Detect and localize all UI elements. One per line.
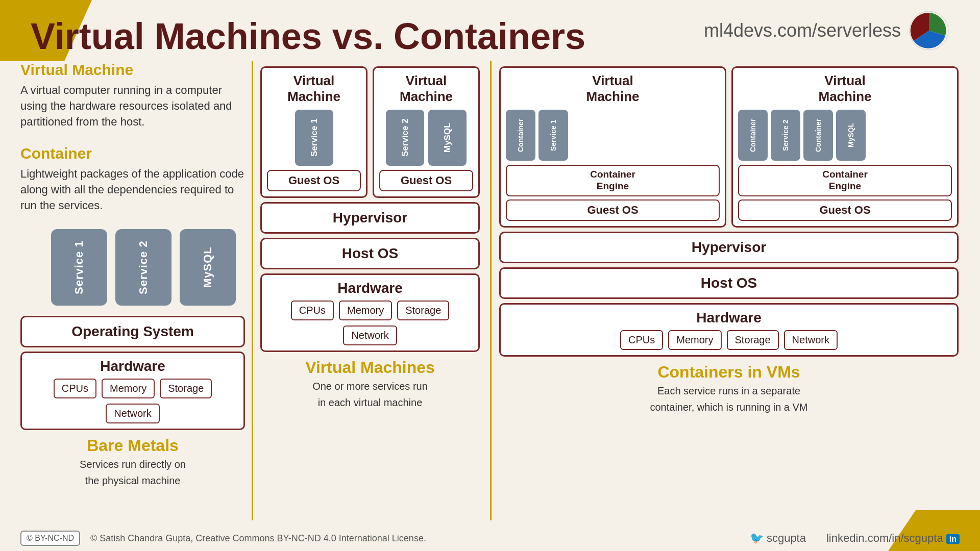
logo-icon <box>909 10 949 51</box>
chip-memory-bare: Memory <box>102 379 155 398</box>
bare-metals-title: Bare Metals <box>20 436 245 455</box>
twitter-icon: 🐦 <box>750 532 764 544</box>
vm-label-sub1: One or more services run <box>260 379 480 393</box>
cvm2-service2: Service 2 <box>771 110 800 161</box>
cvm2-mysql: MySQL <box>836 110 866 161</box>
containers-label-sub1: Each service runs in a separate <box>499 384 959 398</box>
vm2-service2: Service 2 <box>386 110 424 166</box>
divider-left <box>252 61 253 520</box>
vm2-title: VirtualMachine <box>379 73 473 105</box>
service-box-mysql: MySQL <box>180 229 236 306</box>
bare-metals-label: Bare Metals Services run directly on the… <box>20 436 245 488</box>
vm-definition-text: A virtual computer running in a computer… <box>20 83 245 130</box>
cvm1-containers: Container Service 1 <box>506 110 720 161</box>
chip-memory-right: Memory <box>668 330 721 350</box>
hypervisor-mid: Hypervisor <box>260 202 480 234</box>
bare-metals-sub2: the physical machine <box>20 473 245 488</box>
vm-label-sub2: in each virtual machine <box>260 395 480 410</box>
cvm2-title: VirtualMachine <box>738 73 952 105</box>
chip-storage-right: Storage <box>727 330 779 350</box>
definitions-panel: Virtual Machine A virtual computer runni… <box>20 61 245 488</box>
hardware-title-bare: Hardware <box>27 358 238 374</box>
containers-vms-row: VirtualMachine Container Service 1 Conta… <box>499 66 959 228</box>
logo-area: ml4devs.com/serverless <box>704 10 949 51</box>
footer-license: © Satish Chandra Gupta, Creative Commons… <box>90 533 426 544</box>
hardware-section-mid: Hardware CPUs Memory Storage Network <box>260 273 480 352</box>
bare-metals-sub1: Services run directly on <box>20 457 245 471</box>
cvm1-box: VirtualMachine Container Service 1 Conta… <box>499 66 726 228</box>
cvm1-container-label: Container <box>506 110 535 161</box>
vm2-box: VirtualMachine Service 2 MySQL Guest OS <box>373 66 480 198</box>
footer: © BY-NC-ND © Satish Chandra Gupta, Creat… <box>20 531 960 546</box>
cvm1-title: VirtualMachine <box>506 73 720 105</box>
vm2-mysql: MySQL <box>428 110 467 166</box>
cvm2-container2-label: Container <box>803 110 833 161</box>
cc-icon: © BY-NC-ND <box>27 534 74 543</box>
vm1-services: Service 1 <box>267 110 361 166</box>
cvm2-guest-os: Guest OS <box>738 199 952 221</box>
vm1-box: VirtualMachine Service 1 Guest OS <box>260 66 368 198</box>
vms-row: VirtualMachine Service 1 Guest OS Virtua… <box>260 66 480 198</box>
cvm2-containers: Container Service 2 Container MySQL <box>738 110 952 161</box>
divider-right <box>490 61 492 520</box>
bare-metals-stack: Operating System Hardware CPUs Memory St… <box>20 316 245 430</box>
chip-memory-mid: Memory <box>339 300 392 320</box>
containers-label-sub2: container, which is running in a VM <box>499 400 959 414</box>
hardware-title-mid: Hardware <box>267 280 473 296</box>
hw-chips-mid: CPUs Memory Storage Network <box>267 300 473 345</box>
cvm1-engine: ContainerEngine <box>506 165 720 196</box>
page-title: Virtual Machines vs. Containers <box>31 15 585 57</box>
cvm1-guest-os: Guest OS <box>506 199 720 221</box>
hypervisor-right: Hypervisor <box>499 232 959 263</box>
vm1-title: VirtualMachine <box>267 73 361 105</box>
containers-in-vms-panel: VirtualMachine Container Service 1 Conta… <box>499 66 959 414</box>
cvm2-container1-label: Container <box>738 110 768 161</box>
vm-definition-title: Virtual Machine <box>20 61 245 79</box>
chip-network-bare: Network <box>106 404 159 423</box>
containers-label: Containers in VMs Each service runs in a… <box>499 363 959 414</box>
linkedin-icon: in <box>946 534 960 544</box>
hardware-section-bare: Hardware CPUs Memory Storage Network <box>20 352 245 430</box>
twitter-handle: 🐦 scgupta <box>750 532 806 545</box>
vm2-services: Service 2 MySQL <box>379 110 473 166</box>
cvm2-box: VirtualMachine Container Service 2 Conta… <box>731 66 959 228</box>
twitter-name: scgupta <box>767 532 806 544</box>
service-box-1: Service 1 <box>51 229 107 306</box>
chip-cpus-bare: CPUs <box>54 379 96 398</box>
bare-metals-services: Service 1 Service 2 MySQL <box>51 229 245 306</box>
logo-text: ml4devs.com/serverless <box>704 20 901 41</box>
vm1-guest-os: Guest OS <box>267 170 361 191</box>
vm2-guest-os: Guest OS <box>379 170 473 191</box>
hardware-title-right: Hardware <box>506 310 952 326</box>
container-definition-title: Container <box>20 145 245 162</box>
cvm2-engine: ContainerEngine <box>738 165 952 196</box>
containers-label-title: Containers in VMs <box>499 363 959 382</box>
os-box: Operating System <box>20 316 245 347</box>
cvm1-service1: Service 1 <box>538 110 568 161</box>
chip-network-mid: Network <box>343 325 397 345</box>
linkedin-link: linkedin.com/in/scgupta in <box>826 532 960 545</box>
chip-storage-bare: Storage <box>160 379 212 398</box>
linkedin-text: linkedin.com/in/scgupta <box>826 532 943 544</box>
chip-cpus-right: CPUs <box>620 330 663 350</box>
host-os-right: Host OS <box>499 267 959 299</box>
vm1-service1: Service 1 <box>295 110 333 166</box>
hw-chips-right: CPUs Memory Storage Network <box>506 330 952 350</box>
cc-badge: © BY-NC-ND <box>20 531 80 546</box>
vm-label: Virtual Machines One or more services ru… <box>260 358 480 410</box>
hardware-section-right: Hardware CPUs Memory Storage Network <box>499 303 959 357</box>
chip-storage-mid: Storage <box>397 300 449 320</box>
host-os-mid: Host OS <box>260 238 480 269</box>
chip-network-right: Network <box>784 330 838 350</box>
service-box-2: Service 2 <box>115 229 172 306</box>
footer-social: 🐦 scgupta linkedin.com/in/scgupta in <box>750 532 960 545</box>
virtual-machines-panel: VirtualMachine Service 1 Guest OS Virtua… <box>260 66 480 410</box>
container-definition-text: Lightweight packages of the application … <box>20 166 245 213</box>
hw-chips-bare: CPUs Memory Storage Network <box>27 379 238 423</box>
chip-cpus-mid: CPUs <box>291 300 334 320</box>
vm-label-title: Virtual Machines <box>260 358 480 377</box>
